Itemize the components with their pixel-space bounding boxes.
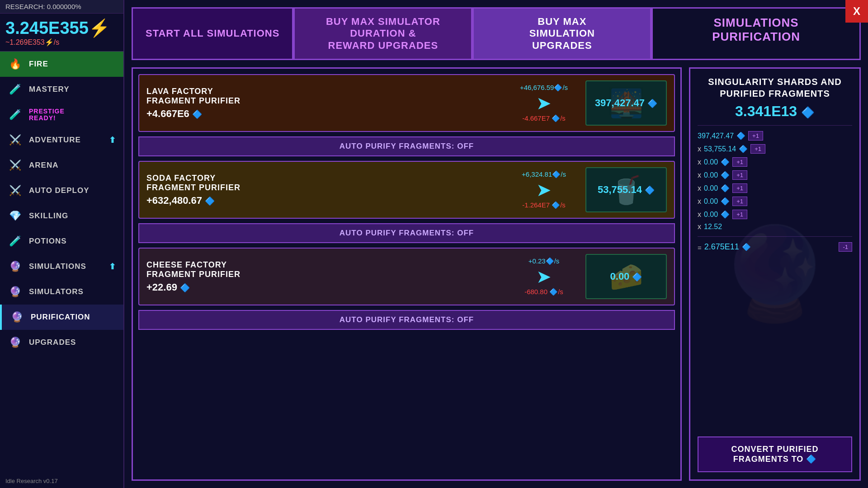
cheese-purifier-rates: +0.23🔷/s ➤ -680.80 🔷/s — [508, 257, 580, 296]
frag-plus-btn-2[interactable]: +1 — [750, 144, 765, 154]
start-all-simulations-button[interactable]: Start All Simulations — [132, 7, 293, 60]
panels-row: Lava FactoryFragment Purifier +4.667E6 🔷… — [124, 60, 868, 488]
soda-purifier-card: Soda FactoryFragment Purifier +632,480.6… — [138, 161, 675, 219]
sidebar: RESEARCH: 0.000000% 3.245E355⚡ ~1.269E35… — [0, 0, 124, 488]
sidebar-item-mastery[interactable]: 🧪 Mastery — [0, 77, 123, 102]
skilling-icon: 💎 — [7, 208, 24, 224]
frag-plus-btn-7[interactable]: +1 — [732, 210, 747, 219]
frag-minus-btn[interactable]: -1 — [839, 242, 852, 252]
purification-icon: 🔮 — [9, 309, 25, 325]
soda-purifier-result[interactable]: 🥤 53,755.14 🔷 — [585, 167, 667, 212]
potions-icon: 🧪 — [7, 233, 24, 249]
buy-max-sim-label: Buy MaxSimulationUpgrades — [529, 16, 595, 51]
lava-rate-negative: -4.667E7 🔷/s — [522, 114, 566, 122]
arrow-up-icon: ⬆ — [109, 135, 116, 145]
sidebar-item-adventure[interactable]: ⚔️ Adventure ⬆ — [0, 127, 123, 153]
convert-purified-fragments-button[interactable]: Convert PurifiedFragments to 🔷 — [698, 436, 852, 472]
divider — [698, 125, 852, 126]
research-bar: RESEARCH: 0.000000% — [0, 0, 123, 14]
sidebar-item-potions[interactable]: 🧪 Potions — [0, 229, 123, 254]
sidebar-item-label: Purification — [31, 313, 90, 322]
cheese-rate-positive: +0.23🔷/s — [528, 257, 560, 265]
frag-plus-btn-4[interactable]: +1 — [732, 170, 747, 180]
buy-max-duration-button[interactable]: Buy Max SimulatorDuration &Reward Upgrad… — [293, 7, 472, 60]
sidebar-item-skilling[interactable]: 💎 Skilling — [0, 203, 123, 229]
sidebar-item-label: Arena — [29, 161, 58, 170]
lava-purifier-name: Lava FactoryFragment Purifier — [146, 87, 502, 106]
arrow-up-icon: ⬆ — [109, 262, 116, 272]
sidebar-item-label: Simulators — [29, 287, 84, 296]
soda-purifier-info: Soda FactoryFragment Purifier +632,480.6… — [146, 174, 502, 206]
fragment-row-8: x 12.52 — [698, 223, 852, 231]
cheese-auto-purify-button[interactable]: Auto Purify Fragments: Off — [138, 310, 675, 330]
lava-purifier-info: Lava FactoryFragment Purifier +4.667E6 🔷 — [146, 87, 502, 120]
frag-val-2: 53,755.14 — [704, 145, 736, 153]
soda-purifier-value: +632,480.67 🔷 — [146, 195, 502, 206]
buy-max-duration-label: Buy Max SimulatorDuration &Reward Upgrad… — [326, 16, 440, 51]
frag-val-4: 0.00 — [704, 171, 718, 179]
soda-result-value: 53,755.14 🔷 — [598, 184, 655, 196]
sidebar-item-purification[interactable]: 🔮 Purification — [0, 305, 123, 330]
frag-plus-btn-1[interactable]: +1 — [748, 131, 763, 141]
lava-purifier-card: Lava FactoryFragment Purifier +4.667E6 🔷… — [138, 74, 675, 132]
soda-rate-negative: -1.264E7 🔷/s — [522, 201, 566, 209]
sidebar-item-fire[interactable]: 🔥 Fire — [0, 52, 123, 77]
frag-val-3: 0.00 — [704, 158, 718, 166]
sidebar-item-simulators[interactable]: 🔮 Simulators — [0, 279, 123, 305]
sidebar-item-arena[interactable]: ⚔️ Arena — [0, 153, 123, 178]
purifiers-panel: Lava FactoryFragment Purifier +4.667E6 🔷… — [132, 67, 682, 481]
close-button[interactable]: X — [845, 0, 868, 23]
sidebar-item-label: Potions — [29, 237, 67, 246]
lava-result-value: 397,427.47 🔷 — [595, 97, 657, 109]
lava-purifier-result[interactable]: 🌉 397,427.47 🔷 — [585, 80, 667, 126]
frag-val-6: 0.00 — [704, 197, 718, 206]
fragment-row-4: x 0.00 🔷 +1 — [698, 170, 852, 180]
sidebar-item-label: Simulations — [29, 262, 86, 271]
frag-result-val: 2.675E11 — [704, 242, 739, 252]
prestige-icon: 🧪 — [7, 107, 24, 123]
main-content: Start All Simulations Buy Max SimulatorD… — [124, 0, 868, 488]
right-panel: 🔮 Singularity Shards andPurified Fragmen… — [689, 67, 861, 481]
sidebar-item-label: Upgrades — [29, 338, 76, 347]
frag-plus-btn-6[interactable]: +1 — [732, 197, 747, 206]
simulations-icon: 🔮 — [7, 258, 24, 275]
soda-auto-purify-button[interactable]: Auto Purify Fragments: Off — [138, 223, 675, 243]
fragment-row-6: x 0.00 🔷 +1 — [698, 197, 852, 206]
divider-2 — [698, 236, 852, 237]
frag-prefix-8: x — [698, 223, 701, 231]
cheese-purifier-card: Cheese FactoryFragment Purifier +22.69 🔷… — [138, 248, 675, 305]
frag-icon-2: 🔷 — [739, 145, 748, 153]
cheese-purifier-name: Cheese FactoryFragment Purifier — [146, 260, 502, 280]
title-label: SimulationsPurification — [712, 16, 800, 43]
cheese-purifier-result[interactable]: 🧀 0.00 🔷 — [585, 254, 667, 299]
frag-prefix-3: x — [698, 158, 701, 166]
top-buttons: Start All Simulations Buy Max SimulatorD… — [124, 0, 868, 60]
lava-rate-positive: +46,676.59🔷/s — [520, 84, 568, 92]
close-label: X — [853, 5, 860, 18]
lava-auto-purify-button[interactable]: Auto Purify Fragments: Off — [138, 136, 675, 156]
soda-purifier-name: Soda FactoryFragment Purifier — [146, 174, 502, 193]
frag-icon-6: 🔷 — [721, 197, 730, 206]
sidebar-item-label: Mastery — [29, 85, 70, 94]
lava-arrow-icon: ➤ — [536, 93, 552, 113]
simulations-purification-title: SimulationsPurification — [651, 7, 861, 60]
sidebar-item-label: Skilling — [29, 211, 68, 221]
frag-val-5: 0.00 — [704, 184, 718, 192]
sidebar-item-prestige[interactable]: 🧪 PrestigeReady! — [0, 102, 123, 127]
fragment-result-row: = 2.675E11 🔷 -1 — [698, 242, 852, 252]
cheese-arrow-icon: ➤ — [536, 266, 552, 287]
frag-plus-btn-3[interactable]: +1 — [732, 157, 747, 167]
frag-val-7: 0.00 — [704, 211, 718, 219]
frag-plus-btn-5[interactable]: +1 — [732, 183, 747, 193]
buy-max-simulation-button[interactable]: Buy MaxSimulationUpgrades — [472, 7, 651, 60]
sidebar-item-autodeploy[interactable]: ⚔️ Auto Deploy — [0, 178, 123, 203]
sidebar-item-upgrades[interactable]: 🔮 Upgrades — [0, 330, 123, 355]
arena-icon: ⚔️ — [7, 157, 24, 174]
start-all-label: Start All Simulations — [146, 28, 279, 39]
frag-prefix-5: x — [698, 184, 701, 192]
fragment-row-2: x 53,755.14 🔷 +1 — [698, 144, 852, 154]
sidebar-item-simulations[interactable]: 🔮 Simulations ⬆ — [0, 254, 123, 279]
energy-rate: ~1.269E353⚡/s — [5, 38, 118, 47]
research-label: RESEARCH: — [5, 3, 45, 10]
frag-val-1: 397,427.47 — [698, 132, 734, 140]
